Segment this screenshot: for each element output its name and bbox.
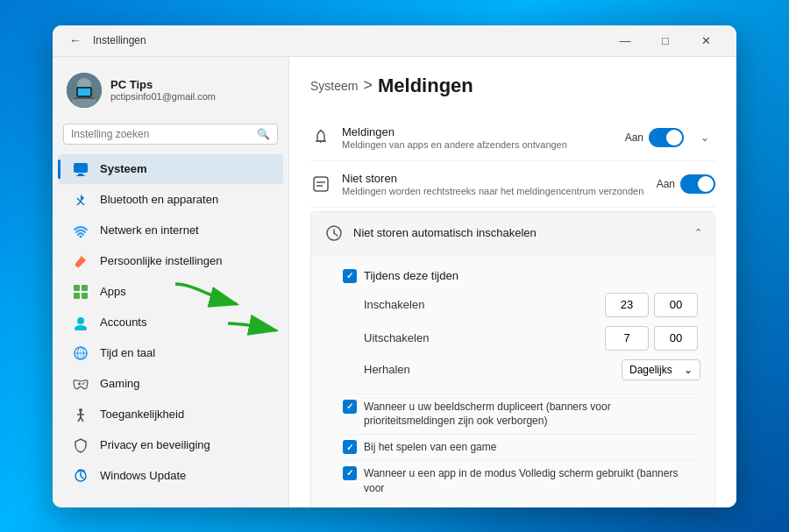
shield-icon bbox=[72, 436, 89, 454]
expanded-header[interactable]: Niet storen automatisch inschakelen ⌃ bbox=[311, 212, 714, 255]
svg-point-23 bbox=[84, 381, 86, 383]
checkbox-label-scherm-dupliceren: Wanneer u uw beeldscherm dupliceert (ban… bbox=[364, 400, 700, 429]
time-row-uitschakelen: Uitschakelen bbox=[364, 322, 700, 355]
svg-rect-11 bbox=[82, 285, 88, 291]
svg-rect-13 bbox=[82, 293, 88, 299]
svg-rect-12 bbox=[74, 293, 80, 299]
nav-list: Systeem Bluetooth en apparaten bbox=[53, 153, 288, 492]
svg-line-37 bbox=[334, 233, 338, 236]
svg-point-9 bbox=[80, 235, 82, 238]
sidebar-item-privacy[interactable]: Privacy en beveiliging bbox=[58, 430, 283, 460]
sidebar-item-accounts[interactable]: Accounts bbox=[58, 308, 283, 337]
setting-row-niet-storen: Niet storen Meldingen worden rechtstreek… bbox=[310, 161, 715, 208]
title-bar: ← Instellingen — □ ✕ bbox=[53, 25, 736, 57]
breadcrumb-parent: Systeem bbox=[310, 79, 358, 93]
globe-icon bbox=[72, 344, 89, 362]
window-title: Instellingen bbox=[93, 34, 146, 46]
svg-rect-5 bbox=[74, 97, 95, 99]
toggle-switch-niet-storen[interactable] bbox=[680, 174, 715, 194]
sidebar-item-label-persoonlijk: Persoonlijke instellingen bbox=[100, 254, 222, 267]
sidebar-item-gaming[interactable]: Gaming bbox=[58, 369, 283, 399]
time-input-inschakelen-hour[interactable] bbox=[605, 293, 649, 317]
extra-checkbox-row-volledig[interactable]: Wanneer u een app in de modus Volledig s… bbox=[343, 460, 700, 501]
checkbox-tijdens-tijden[interactable] bbox=[343, 269, 357, 283]
checkbox-label-game-spelen: Bij het spelen van een game bbox=[364, 440, 496, 455]
svg-rect-7 bbox=[78, 174, 83, 175]
checkbox-label-volledig-scherm: Wanneer u een app in de modus Volledig s… bbox=[364, 466, 700, 496]
toggle-label-meldingen: Aan bbox=[625, 131, 643, 144]
chevron-meldingen[interactable]: ⌄ bbox=[694, 127, 715, 148]
sidebar-item-label-bluetooth: Bluetooth en apparaten bbox=[100, 193, 218, 206]
toggle-label-niet-storen: Aan bbox=[657, 178, 675, 190]
time-input-uitschakelen-hour[interactable] bbox=[605, 326, 649, 351]
sidebar-item-bluetooth[interactable]: Bluetooth en apparaten bbox=[58, 185, 283, 215]
toggle-niet-storen[interactable]: Aan bbox=[657, 174, 715, 194]
repeat-value: Dagelijks bbox=[629, 364, 672, 376]
sidebar-item-persoonlijk[interactable]: Persoonlijke instellingen bbox=[58, 246, 283, 276]
checkbox-label-tijdens-tijden: Tijdens deze tijden bbox=[364, 269, 458, 282]
search-input[interactable] bbox=[71, 128, 252, 140]
svg-point-15 bbox=[75, 325, 87, 330]
setting-label-meldingen: Meldingen bbox=[342, 125, 615, 138]
checkbox-scherm-dupliceren[interactable] bbox=[343, 400, 357, 414]
repeat-row: Herhalen Dagelijks ⌄ bbox=[364, 355, 700, 385]
repeat-select[interactable]: Dagelijks ⌄ bbox=[622, 359, 700, 380]
avatar bbox=[67, 73, 102, 108]
search-box[interactable]: 🔍 bbox=[63, 124, 278, 145]
time-input-uitschakelen-min[interactable] bbox=[654, 326, 698, 351]
checkbox-row-tijdens-tijden[interactable]: Tijdens deze tijden bbox=[343, 264, 700, 288]
window-controls: — □ ✕ bbox=[605, 25, 726, 57]
svg-rect-4 bbox=[78, 89, 90, 96]
close-button[interactable]: ✕ bbox=[686, 25, 726, 57]
brush-icon bbox=[72, 252, 89, 270]
breadcrumb-separator: > bbox=[363, 76, 373, 95]
person-icon bbox=[72, 314, 89, 331]
sidebar-item-systeem[interactable]: Systeem bbox=[58, 154, 283, 184]
sidebar-item-label-privacy: Privacy en beveiliging bbox=[100, 438, 210, 451]
minimize-button[interactable]: — bbox=[605, 25, 645, 57]
svg-rect-8 bbox=[76, 175, 85, 176]
toggle-switch-meldingen[interactable] bbox=[649, 128, 684, 147]
page-header: Systeem > Meldingen bbox=[310, 74, 715, 97]
sidebar-item-label-toegankelijkheid: Toegankelijkheid bbox=[100, 408, 184, 421]
extra-checkbox-row-game[interactable]: Bij het spelen van een game bbox=[343, 434, 700, 460]
sidebar-item-toegankelijkheid[interactable]: Toegankelijkheid bbox=[58, 400, 283, 429]
page-title: Meldingen bbox=[378, 74, 473, 97]
chevron-up-icon[interactable]: ⌃ bbox=[694, 227, 702, 238]
sidebar-item-netwerk[interactable]: Netwerk en internet bbox=[58, 216, 283, 245]
extra-checkbox-row-scherm[interactable]: Wanneer u uw beeldscherm dupliceert (ban… bbox=[343, 394, 700, 435]
checkbox-volledig-scherm[interactable] bbox=[343, 466, 357, 480]
sidebar-item-label-update: Windows Update bbox=[100, 469, 186, 482]
clock-icon bbox=[323, 223, 345, 244]
game-icon bbox=[72, 375, 89, 393]
toggle-meldingen[interactable]: Aan bbox=[625, 128, 684, 147]
monitor-icon bbox=[72, 160, 89, 178]
user-email: pctipsinfo01@gmail.com bbox=[110, 91, 216, 102]
setting-info-niet-storen: Niet storen Meldingen worden rechtstreek… bbox=[342, 172, 646, 196]
back-button[interactable]: ← bbox=[63, 28, 88, 53]
svg-point-22 bbox=[82, 383, 84, 385]
sidebar-item-label-netwerk: Netwerk en internet bbox=[100, 223, 199, 237]
apps-icon bbox=[72, 283, 89, 301]
sidebar-item-apps[interactable]: Apps bbox=[58, 277, 283, 307]
svg-line-28 bbox=[81, 417, 83, 422]
sidebar-item-label-apps: Apps bbox=[100, 285, 126, 298]
chevron-down-icon: ⌄ bbox=[684, 364, 693, 376]
bell-icon bbox=[310, 127, 331, 148]
checkbox-game-spelen[interactable] bbox=[343, 440, 357, 454]
user-name: PC Tips bbox=[110, 78, 216, 91]
update-icon bbox=[72, 467, 89, 485]
maximize-button[interactable]: □ bbox=[645, 25, 686, 57]
sidebar-item-tijd[interactable]: Tijd en taal bbox=[58, 338, 283, 368]
sidebar-item-update[interactable]: Windows Update bbox=[58, 461, 283, 491]
wifi-icon bbox=[72, 222, 89, 239]
time-label-uitschakelen: Uitschakelen bbox=[364, 331, 602, 344]
setting-info-meldingen: Meldingen Meldingen van apps en andere a… bbox=[342, 125, 615, 150]
time-input-inschakelen-min[interactable] bbox=[654, 293, 698, 317]
content-area: Systeem > Meldingen Meldingen bbox=[289, 57, 736, 507]
user-section: PC Tips pctipsinfo01@gmail.com bbox=[53, 66, 288, 120]
sidebar-item-label-tijd: Tijd en taal bbox=[100, 346, 155, 359]
svg-point-31 bbox=[320, 130, 322, 131]
time-row-inschakelen: Inschakelen bbox=[364, 288, 700, 322]
extra-checkboxes: Wanneer u uw beeldscherm dupliceert (ban… bbox=[343, 394, 700, 501]
